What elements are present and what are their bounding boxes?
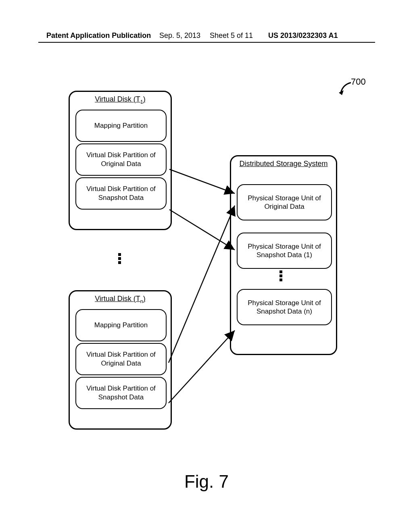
vd-t1-snap-partition: Virtual Disk Partition of Snapshot Data: [75, 177, 167, 210]
header-pubno: US 2013/0232303 A1: [268, 31, 338, 40]
svg-line-2: [169, 210, 235, 250]
virtual-disk-t1: Virtual Disk (T1) Mapping Partition Virt…: [69, 91, 172, 230]
header-date: Sep. 5, 2013: [159, 31, 200, 40]
svg-line-4: [169, 330, 235, 403]
vd-tn-title: Virtual Disk (Tn): [70, 295, 171, 304]
figure-leader-arrow: [339, 81, 355, 97]
virtual-disk-tn: Virtual Disk (Tn) Mapping Partition Virt…: [69, 290, 172, 430]
ellipsis-vertical-right: [280, 270, 384, 284]
dss-unit-snapshot-1: Physical Storage Unit of Snapshot Data (…: [237, 233, 332, 269]
vd-t1-orig-partition: Virtual Disk Partition of Original Data: [75, 143, 167, 176]
vd-tn-mapping: Mapping Partition: [75, 309, 167, 341]
ellipsis-vertical-left: [118, 252, 121, 265]
header-sheet: Sheet 5 of 11: [210, 31, 253, 40]
vd-tn-orig-partition: Virtual Disk Partition of Original Data: [75, 343, 167, 375]
dss-unit-original: Physical Storage Unit of Original Data: [237, 184, 332, 220]
vd-t1-title: Virtual Disk (T1): [70, 95, 171, 105]
figure-caption: Fig. 7: [0, 472, 413, 492]
svg-line-1: [169, 169, 235, 193]
vd-tn-snap-partition: Virtual Disk Partition of Snapshot Data: [75, 377, 167, 409]
vd-t1-mapping: Mapping Partition: [75, 110, 167, 142]
header-pub: Patent Application Publication: [46, 31, 151, 40]
dss-unit-snapshot-n: Physical Storage Unit of Snapshot Data (…: [237, 289, 332, 325]
dss-title: Distributed Storage System: [231, 160, 336, 168]
header-rule: [38, 42, 375, 43]
svg-line-3: [169, 206, 235, 363]
distributed-storage-system: Distributed Storage System Physical Stor…: [230, 155, 337, 355]
